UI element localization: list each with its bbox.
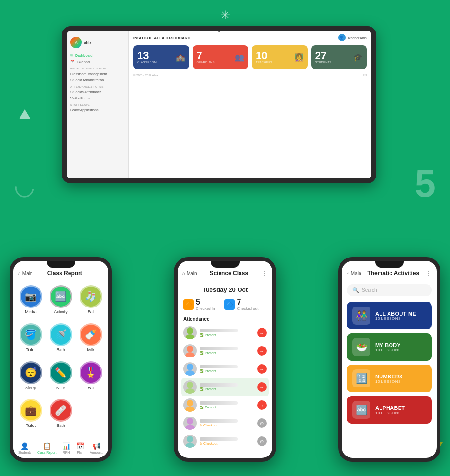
grid-item-sleep[interactable]: 😴 Sleep [17,361,44,397]
grid-item-activity[interactable]: 🔤 Activity [47,285,74,320]
student-avatar [183,380,197,394]
grid-item-toilet2[interactable]: 💼 Toilet [17,399,44,434]
svg-point-6 [187,382,193,388]
student-action-btn[interactable]: → [257,382,267,392]
student-action-btn[interactable]: → [257,328,267,337]
students-nav-label: Students [18,451,31,454]
student-name-blur [200,329,238,332]
svg-point-3 [185,352,195,357]
grid-item-media[interactable]: 📷 Media [17,285,44,320]
stat-text-teachers: 10 TEACHERS [256,50,272,64]
toilet-label: Toilet [26,347,36,352]
deco-asterisk-icon: ✳ [220,9,230,22]
rph-nav-label: RPH [63,451,70,454]
student-admin-label: Student Administration [70,79,104,82]
student-info: ✅ Present [200,329,254,337]
sidebar-item-calendar[interactable]: 📅 Calendar [67,59,128,65]
numbers-text: NUMBERS 10 LESSONS [375,374,426,384]
leave-label: Leave Applications [70,109,98,112]
student-avatar [183,326,197,339]
stat-card-teachers: 10 TEACHERS 👩‍🏫 [252,45,308,69]
lang-selector[interactable]: EN [363,74,367,77]
tablet-device: A ahla ⊞ Dashboard 📅 Calendar INSTITUTE … [62,26,376,188]
student-info: ⊙ Checkout [200,419,254,427]
stat-text-classroom: 13 CLASSROOM [137,50,157,64]
student-action-btn-grey[interactable]: ⊙ [257,418,267,428]
student-action-btn[interactable]: → [257,346,267,356]
guardians-label: GUARDIANS [197,61,215,64]
table-row: ✅ Present → [181,396,269,414]
rph-nav-icon: 📊 [62,442,70,450]
stat-card-students: 27 STUDENTS 🎓 [311,45,367,69]
checked-in-label: Checked In [196,307,215,311]
activity-card-numbers[interactable]: 🔢 NUMBERS 10 LESSONS [347,365,432,392]
sidebar-item-dashboard[interactable]: ⊞ Dashboard [67,52,128,59]
sidebar-item-leave[interactable]: Leave Applications [67,107,128,113]
search-bar[interactable]: 🔍 Search [347,284,432,296]
announce-nav-label: Announ.. [90,451,103,454]
svg-point-11 [185,425,195,430]
phone3-notch [375,261,404,268]
activity-card-all-about-me[interactable]: 👫 ALL ABOUT ME 10 LESSONS [347,302,432,329]
all-about-me-title: ALL ABOUT ME [375,311,426,317]
grid-item-eat[interactable]: 🧦 Eat [77,285,104,320]
deco-triangle-icon [19,109,30,119]
checkin-info: 5 Checked In [196,298,215,311]
teachers-label: TEACHERS [256,61,272,64]
grid-item-note[interactable]: ✏️ Note [47,361,74,397]
phone3-more-icon[interactable]: ⋮ [425,269,432,277]
attendance-list: ✅ Present → ✅ Present → [178,324,272,458]
sidebar-item-students-attendance[interactable]: Students Attendance [67,89,128,95]
classroom-label: Classroom Management [70,72,107,76]
tablet-main-content: INSTITUTE AHLA DASHBOARD 👤 Teacher Ahla … [129,31,371,178]
phone2-more-icon[interactable]: ⋮ [261,269,268,277]
student-avatar [183,362,197,376]
grid-item-milk[interactable]: 🍼 Milk [77,323,104,358]
phone3-home-icon[interactable]: ⌂ Main [347,271,361,276]
student-action-btn-grey[interactable]: ⊙ [257,436,267,446]
media-label: Media [25,309,37,314]
search-icon: 🔍 [352,287,359,293]
dashboard-icon: ⊞ [70,53,73,57]
table-row: ⊙ Checkout ⊙ [181,432,269,450]
phone3-title: Thematic Activities [367,270,419,277]
sidebar-item-visitor-forms[interactable]: Visitor Forms [67,95,128,101]
grid-item-eat2[interactable]: 🎖️ Eat [77,361,104,397]
classroom-count: 13 [137,50,157,61]
checked-out-label: Checked out [237,307,258,311]
phone1-more-icon[interactable]: ⋮ [97,269,103,277]
table-row: ✅ Present → [181,360,269,378]
dashboard-header: INSTITUTE AHLA DASHBOARD 👤 Teacher Ahla [133,34,367,41]
checked-out-count: 7 [237,298,241,306]
toilet2-icon: 💼 [20,399,42,422]
phone2-home-icon[interactable]: ⌂ Main [182,271,197,276]
sidebar-section-staff: STAFF LEAVE [67,101,128,107]
numbers-subtitle: 10 LESSONS [375,379,426,384]
activity-card-alphabet[interactable]: 🔤 ALPHABET 10 LESSONS [347,396,432,424]
nav-plan[interactable]: 📅 Plan [76,442,84,454]
nav-class-report[interactable]: 📋 Class Report [37,442,56,454]
phone2-science-class: ⌂ Main Science Class ⋮ Tuesday 20 Oct 🔶 … [174,257,276,462]
nav-announce[interactable]: 📢 Announ.. [90,442,103,454]
alphabet-icon: 🔤 [352,401,370,419]
activity-card-my-body[interactable]: 🥗 MY BODY 10 LESSONS [347,333,432,361]
grid-item-toilet[interactable]: 🪣 Toilet [17,323,44,358]
grid-item-bath2[interactable]: 🩹 Bath [47,399,74,434]
sidebar-item-classroom[interactable]: Classroom Management [67,71,128,77]
nav-students[interactable]: 👤 Students [18,442,31,454]
class-report-grid: 📷 Media 🔤 Activity 🧦 Eat 🪣 Toilet 🚿 [13,280,108,439]
teachers-count: 10 [256,50,272,61]
student-name-blur [200,419,238,423]
sleep-label: Sleep [25,386,36,390]
student-avatar [183,344,197,357]
phone1-home-icon[interactable]: ⌂ Main [18,271,33,276]
nav-rph[interactable]: 📊 RPH [62,442,70,454]
students-count: 27 [315,50,332,61]
grid-item-bath[interactable]: 🚿 Bath [47,323,74,358]
sidebar-item-student-admin[interactable]: Student Administration [67,77,128,83]
student-action-btn[interactable]: → [257,400,267,410]
svg-point-1 [185,334,195,339]
phone1-bottom-nav: 👤 Students 📋 Class Report 📊 RPH 📅 Plan 📢 [13,439,108,458]
svg-point-8 [187,400,193,407]
student-action-btn[interactable]: → [257,364,267,374]
